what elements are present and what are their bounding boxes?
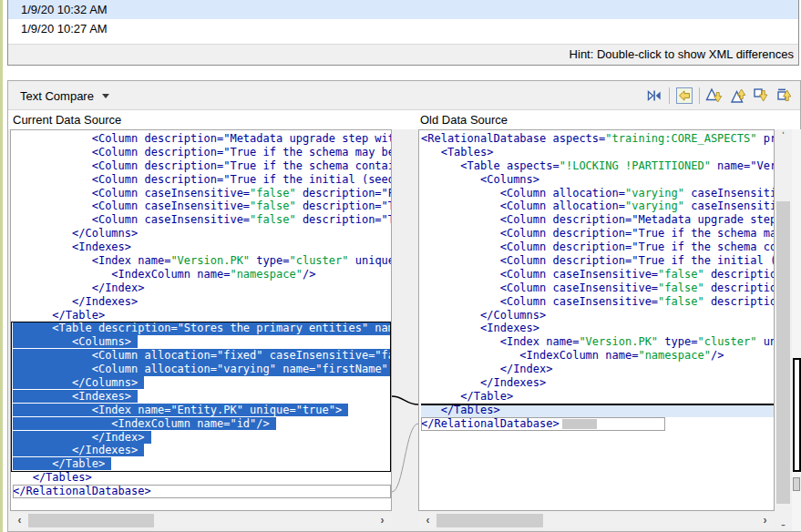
code-line[interactable]: <Column caseInsensitive="false" descript… [13, 213, 391, 227]
scroll-up-icon[interactable]: ˈ [775, 129, 791, 145]
code-line[interactable]: <Column description="Metadata upgrade st… [13, 132, 391, 146]
compare-mode-dropdown[interactable]: Text Compare [16, 86, 113, 106]
scroll-left-icon[interactable]: ‹ [12, 513, 27, 528]
scroll-right-icon[interactable]: › [375, 513, 390, 528]
code-line[interactable]: </Indexes> [421, 376, 774, 390]
compare-panel: Text Compare [7, 80, 801, 532]
code-line[interactable]: <Column allocation="varying" name="first… [13, 363, 391, 376]
left-pane-title: Current Data Source [13, 113, 121, 127]
code-line[interactable]: <Column description="True if the schema … [13, 159, 391, 173]
toolbar-separator [699, 87, 700, 104]
code-line[interactable]: <Column caseInsensitive="false" descript… [13, 200, 391, 213]
code-line[interactable]: </Table> [13, 309, 391, 322]
code-line[interactable]: </Index> [421, 363, 774, 376]
scroll-right-icon[interactable]: › [757, 513, 773, 528]
code-line[interactable]: <Column description="True if the schema … [421, 240, 774, 254]
pane-headers: Current Data Source Old Data Source [8, 110, 800, 129]
scrollbar-thumb[interactable] [776, 201, 790, 504]
code-line[interactable]: <Table aspects="!LOCKING !PARTITIONED" n… [421, 159, 774, 173]
code-line[interactable]: <IndexColumn name="namespace"/> [13, 268, 391, 281]
scroll-left-icon[interactable]: ‹ [420, 513, 436, 528]
code-line[interactable]: <Column caseInsensitive="false" descript… [421, 295, 774, 309]
code-line[interactable]: </Columns> [13, 376, 391, 390]
code-line[interactable]: <Indexes> [13, 240, 391, 254]
code-line[interactable]: <Tables> [421, 146, 774, 159]
code-line[interactable]: </Index> [13, 431, 391, 445]
code-line[interactable]: </RelationalDatabase> [13, 485, 391, 498]
code-line[interactable]: <RelationalDatabase aspects="training:CO… [421, 132, 774, 146]
code-line[interactable]: <Indexes> [13, 390, 391, 404]
code-line[interactable]: <Column caseInsensitive="false" descript… [421, 268, 774, 281]
diff-overview-ruler[interactable] [792, 129, 801, 531]
scrollbar-thumb[interactable] [28, 514, 154, 527]
code-line[interactable]: <Column allocation="varying" caseInsensi… [421, 200, 774, 213]
toolbar-icon-group [645, 86, 795, 106]
code-line[interactable]: <Column description="True if the schema … [13, 146, 391, 159]
chevron-down-icon [102, 94, 109, 98]
history-row[interactable]: 1/9/20 10:32 AM [8, 0, 798, 19]
code-line[interactable]: <Indexes> [421, 322, 774, 335]
code-line[interactable]: <IndexColumn name="namespace"/> [421, 349, 774, 363]
code-line[interactable]: <Index name="Entity.PK" unique="true"> [13, 404, 391, 417]
code-line[interactable]: <IndexColumn name="id"/> [13, 417, 391, 431]
previous-change-icon[interactable] [776, 87, 795, 105]
code-line[interactable]: <Column caseInsensitive="false" descript… [421, 281, 774, 295]
code-line[interactable]: </Columns> [421, 309, 774, 322]
next-change-icon[interactable] [753, 87, 771, 105]
diff-marker-selected[interactable] [793, 358, 801, 472]
code-line[interactable]: </Indexes> [13, 295, 391, 309]
code-line[interactable]: <Column description="True if the initial… [421, 254, 774, 268]
history-list: 1/9/20 10:32 AM 1/9/20 10:27 AM Hint: Do… [7, 0, 799, 66]
code-line[interactable]: <Column allocation="varying" caseInsensi… [421, 187, 774, 200]
compare-mode-label: Text Compare [20, 89, 94, 103]
compare-toolbar: Text Compare [8, 81, 800, 110]
code-line[interactable]: <Column caseInsensitive="false" descript… [13, 187, 391, 200]
code-line[interactable]: <Column description="True if the initial… [13, 173, 391, 187]
code-line[interactable]: </Columns> [13, 227, 391, 240]
hint-bar: Hint: Double-click to show XML differenc… [8, 44, 798, 65]
compare-content: <Column description="Metadata upgrade st… [8, 129, 800, 531]
scrollbar-thumb[interactable] [436, 514, 543, 527]
previous-difference-icon[interactable] [729, 87, 747, 105]
code-line[interactable]: <Table description="Stores the primary e… [13, 322, 391, 335]
next-difference-icon[interactable] [705, 87, 724, 105]
code-line[interactable]: <Index name="Version.PK" type="cluster" … [421, 335, 774, 349]
left-code-pane[interactable]: <Column description="Metadata upgrade st… [10, 129, 392, 511]
toolbar-separator [669, 87, 670, 104]
copy-current-change-right-to-left-icon[interactable] [675, 87, 693, 105]
history-row[interactable]: 1/9/20 10:27 AM [8, 19, 798, 38]
code-line[interactable]: <Column allocation="fixed" caseInsensiti… [13, 349, 391, 363]
code-line[interactable]: </RelationalDatabase> [421, 417, 665, 431]
right-pane-title: Old Data Source [420, 113, 508, 127]
code-line[interactable]: <Columns> [13, 335, 391, 349]
code-line[interactable]: </Tables> [421, 404, 774, 417]
code-line[interactable]: </Indexes> [13, 444, 391, 457]
code-line[interactable]: </Table> [421, 390, 774, 404]
code-line[interactable]: <Column description="True if the schema … [421, 227, 774, 240]
diff-connector-lines [392, 129, 418, 531]
swap-left-and-right-icon[interactable] [645, 87, 663, 105]
right-vertical-scrollbar[interactable]: ˈ ˍ [775, 129, 791, 528]
compare-editor-window: 1/9/20 10:32 AM 1/9/20 10:27 AM Hint: Do… [0, 0, 801, 532]
resolved-diff-block [562, 419, 597, 429]
diff-marker[interactable] [793, 477, 800, 491]
right-horizontal-scrollbar[interactable]: ‹ › [418, 513, 775, 528]
code-line[interactable]: <Index name="Version.PK" type="cluster" … [13, 254, 391, 268]
right-code-pane[interactable]: <RelationalDatabase aspects="training:CO… [418, 129, 775, 511]
code-line[interactable]: <Columns> [421, 173, 774, 187]
hint-text: Hint: Double-click to show XML differenc… [570, 47, 794, 61]
code-line[interactable]: </Index> [13, 281, 391, 295]
code-line[interactable]: </Tables> [13, 471, 391, 485]
editor-edge-strip [0, 0, 3, 532]
code-line[interactable]: </Table> [13, 457, 391, 471]
code-line[interactable]: <Column description="Metadata upgrade st… [421, 213, 774, 227]
left-horizontal-scrollbar[interactable]: ‹ › [10, 513, 392, 528]
scroll-down-icon[interactable]: ˍ [775, 513, 791, 528]
